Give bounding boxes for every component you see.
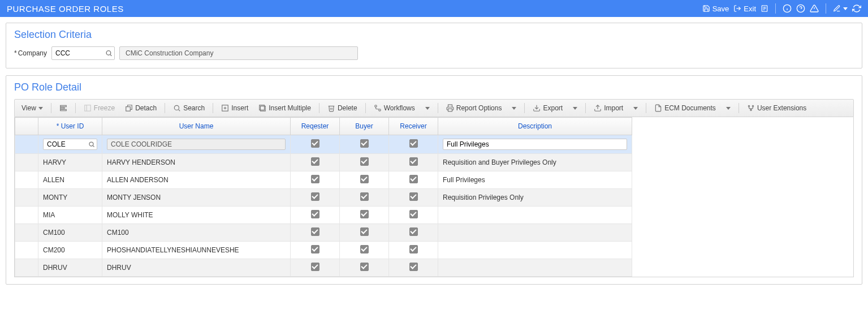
buy-checkbox[interactable] bbox=[360, 192, 369, 201]
col-requester[interactable]: Reqester bbox=[291, 118, 340, 135]
workflows-menu-button[interactable] bbox=[422, 105, 433, 112]
import-menu-button[interactable] bbox=[630, 105, 641, 112]
row-selector[interactable] bbox=[15, 259, 38, 277]
buy-checkbox[interactable] bbox=[360, 210, 369, 218]
rec-checkbox[interactable] bbox=[409, 245, 418, 253]
cell-user-name: ALLEN ANDERSON bbox=[102, 171, 291, 189]
row-selector[interactable] bbox=[15, 154, 38, 171]
title-bar: PURCHASE ORDER ROLES Save Exit bbox=[0, 0, 868, 17]
cell-user-id[interactable]: DHRUV bbox=[38, 259, 102, 277]
export-menu-button[interactable] bbox=[569, 105, 581, 112]
cell-description[interactable]: Requisition and Buyer Privileges Only bbox=[438, 154, 632, 171]
cell-user-id[interactable]: CM100 bbox=[38, 224, 102, 242]
buy-checkbox[interactable] bbox=[360, 263, 369, 271]
buy-checkbox[interactable] bbox=[360, 139, 369, 148]
cell-user-id[interactable]: CM200 bbox=[38, 242, 102, 259]
edit-menu-button[interactable] bbox=[833, 5, 848, 12]
report-options-button[interactable]: Report Options bbox=[443, 102, 506, 114]
search-button[interactable]: Search bbox=[170, 102, 208, 114]
row-selector[interactable] bbox=[15, 135, 38, 154]
col-description[interactable]: Description bbox=[438, 118, 632, 135]
cell-buy bbox=[340, 135, 389, 154]
req-checkbox[interactable] bbox=[311, 157, 319, 166]
cell-user-id[interactable]: HARVY bbox=[38, 154, 102, 171]
format-button[interactable] bbox=[56, 102, 71, 114]
rec-checkbox[interactable] bbox=[409, 192, 418, 201]
notes-button[interactable] bbox=[761, 5, 768, 12]
rec-checkbox[interactable] bbox=[409, 139, 418, 148]
ecm-documents-button[interactable]: ECM Documents bbox=[651, 102, 719, 114]
cell-user-name: MONTY JENSON bbox=[102, 189, 291, 207]
cell-description[interactable] bbox=[438, 207, 632, 224]
company-lookup-button[interactable] bbox=[105, 50, 113, 57]
cell-user-id[interactable]: MIA bbox=[38, 207, 102, 224]
export-button[interactable]: Export bbox=[529, 102, 566, 114]
cell-user-id[interactable]: MONTY bbox=[38, 189, 102, 207]
delete-button[interactable]: Delete bbox=[324, 102, 361, 114]
rec-checkbox[interactable] bbox=[409, 263, 418, 271]
insert-button[interactable]: Insert bbox=[218, 102, 252, 114]
cell-user-id[interactable]: ALLEN bbox=[38, 171, 102, 189]
col-receiver[interactable]: Receiver bbox=[389, 118, 438, 135]
cell-description[interactable] bbox=[438, 242, 632, 259]
row-selector[interactable] bbox=[15, 189, 38, 207]
insert-multiple-button[interactable]: Insert Multiple bbox=[255, 102, 314, 114]
cell-description[interactable] bbox=[438, 259, 632, 277]
workflows-button[interactable]: Workflows bbox=[370, 102, 418, 114]
view-menu-button[interactable]: View bbox=[18, 102, 46, 114]
detach-button[interactable]: Detach bbox=[122, 102, 160, 114]
cell-req bbox=[291, 207, 340, 224]
info-button[interactable] bbox=[783, 4, 792, 13]
req-checkbox[interactable] bbox=[311, 245, 319, 253]
row-selector[interactable] bbox=[15, 171, 38, 189]
buy-checkbox[interactable] bbox=[360, 175, 369, 183]
save-button[interactable]: Save bbox=[702, 5, 729, 13]
table-row[interactable]: MIAMOLLY WHITE bbox=[15, 207, 632, 224]
col-buyer[interactable]: Buyer bbox=[340, 118, 389, 135]
exit-label: Exit bbox=[744, 5, 756, 13]
col-user-id[interactable]: * User ID bbox=[38, 118, 102, 135]
alert-button[interactable] bbox=[810, 4, 819, 13]
cell-description[interactable] bbox=[438, 224, 632, 242]
refresh-button[interactable] bbox=[852, 4, 861, 13]
req-checkbox[interactable] bbox=[311, 139, 319, 148]
buy-checkbox[interactable] bbox=[360, 245, 369, 253]
description-input[interactable] bbox=[443, 139, 627, 150]
user-extensions-button[interactable]: User Extensions bbox=[744, 102, 810, 114]
row-selector[interactable] bbox=[15, 224, 38, 242]
po-role-detail-title: PO Role Detail bbox=[14, 81, 854, 93]
rec-checkbox[interactable] bbox=[409, 157, 418, 166]
table-row[interactable]: HARVYHARVY HENDERSONRequisition and Buye… bbox=[15, 154, 632, 171]
table-row[interactable]: MONTYMONTY JENSONRequisition Privileges … bbox=[15, 189, 632, 207]
cell-description[interactable]: Full Privileges bbox=[438, 171, 632, 189]
req-checkbox[interactable] bbox=[311, 210, 319, 218]
cell-req bbox=[291, 224, 340, 242]
ecm-documents-menu-button[interactable] bbox=[723, 105, 734, 112]
rec-checkbox[interactable] bbox=[409, 227, 418, 236]
help-button[interactable] bbox=[796, 4, 805, 13]
table-row[interactable]: CM200PHOSHANDIATELLYNESHIAUNNEVESHE bbox=[15, 242, 632, 259]
rec-checkbox[interactable] bbox=[409, 175, 418, 183]
table-row[interactable]: CM100CM100 bbox=[15, 224, 632, 242]
buy-checkbox[interactable] bbox=[360, 157, 369, 166]
import-button[interactable]: Import bbox=[590, 102, 627, 114]
row-selector[interactable] bbox=[15, 242, 38, 259]
exit-button[interactable]: Exit bbox=[733, 5, 756, 13]
table-row[interactable]: DHRUVDHRUV bbox=[15, 259, 632, 277]
buy-checkbox[interactable] bbox=[360, 227, 369, 236]
table-row[interactable]: ALLENALLEN ANDERSONFull Privileges bbox=[15, 171, 632, 189]
col-user-name[interactable]: User Name bbox=[102, 118, 291, 135]
cell-rec bbox=[389, 259, 438, 277]
cell-description[interactable]: Requisition Privileges Only bbox=[438, 189, 632, 207]
req-checkbox[interactable] bbox=[311, 175, 319, 183]
req-checkbox[interactable] bbox=[311, 263, 319, 271]
cell-buy bbox=[340, 242, 389, 259]
row-selector[interactable] bbox=[15, 207, 38, 224]
rec-checkbox[interactable] bbox=[409, 210, 418, 218]
req-checkbox[interactable] bbox=[311, 227, 319, 236]
insert-multiple-icon bbox=[258, 104, 266, 112]
user-id-lookup-button[interactable] bbox=[88, 141, 95, 148]
report-options-menu-button[interactable] bbox=[508, 105, 520, 112]
req-checkbox[interactable] bbox=[311, 192, 319, 201]
table-row[interactable]: COLE COOLRIDGE bbox=[15, 135, 632, 154]
